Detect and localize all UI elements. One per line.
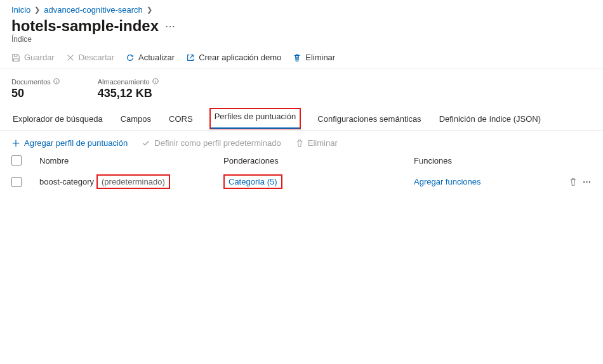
breadcrumb-resource[interactable]: advanced-cognitive-search [44, 5, 142, 15]
refresh-button[interactable]: Actualizar [126, 53, 175, 62]
set-default-profile-label: Definir como perfil predeterminado [154, 138, 281, 148]
add-scoring-profile-button[interactable]: Agregar perfil de puntuación [11, 138, 128, 148]
info-icon[interactable] [152, 78, 159, 86]
check-icon [142, 139, 150, 148]
breadcrumb-home[interactable]: Inicio [11, 5, 30, 15]
refresh-label: Actualizar [138, 53, 175, 62]
profile-name: boost-category [39, 177, 94, 186]
scoring-toolbar: Agregar perfil de puntuación Definir com… [0, 131, 603, 154]
info-icon[interactable] [53, 78, 60, 86]
more-actions-icon[interactable]: ⋯ [165, 20, 176, 32]
tab-cors[interactable]: CORS [168, 109, 194, 130]
table-row: boost-category (predeterminado) Categorí… [0, 171, 603, 193]
chevron-right-icon: ❯ [147, 6, 152, 14]
command-bar: Guardar Descartar Actualizar Crear aplic… [0, 49, 603, 69]
tab-scoring-profiles[interactable]: Perfiles de puntuación [209, 108, 302, 129]
profile-name-cell: boost-category (predeterminado) [39, 174, 223, 189]
tab-fields[interactable]: Campos [119, 109, 152, 130]
weight-link[interactable]: Categoría (5) [229, 177, 277, 186]
col-weights: Ponderaciones [223, 156, 414, 166]
stat-documents: Documentos 50 [11, 78, 60, 100]
refresh-icon [126, 53, 135, 62]
stat-storage: Almacenamiento 435,12 KB [98, 78, 159, 100]
discard-label: Descartar [79, 53, 114, 62]
save-label: Guardar [24, 53, 55, 62]
select-all-checkbox[interactable] [11, 155, 22, 166]
stat-documents-label: Documentos [11, 78, 51, 86]
profile-weights-cell: Categoría (5) [223, 174, 414, 189]
row-more-icon[interactable]: ⋯ [583, 177, 592, 186]
scoring-profiles-table: Nombre Ponderaciones Funciones boost-cat… [0, 154, 603, 193]
tab-search-explorer[interactable]: Explorador de búsqueda [11, 109, 104, 130]
delete-profile-button: Eliminar [295, 138, 338, 148]
discard-icon [66, 53, 75, 62]
external-link-icon [186, 53, 195, 62]
tab-semantic-configs[interactable]: Configuraciones semánticas [316, 109, 422, 130]
discard-button: Descartar [66, 53, 114, 62]
stat-documents-value: 50 [11, 87, 60, 100]
chevron-right-icon: ❯ [34, 6, 40, 14]
delete-label: Eliminar [305, 53, 335, 62]
create-demo-button[interactable]: Crear aplicación demo [186, 53, 281, 62]
set-default-profile-button: Definir como perfil predeterminado [142, 138, 281, 148]
row-checkbox[interactable] [11, 177, 22, 187]
save-icon [11, 53, 20, 62]
default-tag: (predeterminado) [102, 177, 165, 186]
page-subtitle: Índice [0, 35, 603, 49]
col-name: Nombre [39, 156, 223, 166]
delete-row-icon[interactable] [569, 178, 578, 186]
delete-button[interactable]: Eliminar [293, 53, 335, 62]
delete-icon [293, 53, 302, 62]
page-title: hotels-sample-index [11, 17, 159, 35]
col-functions: Funciones [414, 156, 553, 166]
create-demo-label: Crear aplicación demo [199, 53, 281, 62]
profile-functions-cell: Agregar funciones [414, 177, 553, 186]
stat-storage-value: 435,12 KB [98, 87, 159, 100]
stats-row: Documentos 50 Almacenamiento 435,12 KB [0, 69, 603, 108]
breadcrumb: Inicio ❯ advanced-cognitive-search ❯ [0, 0, 603, 16]
tab-bar: Explorador de búsqueda Campos CORS Perfi… [0, 108, 603, 131]
delete-icon [295, 139, 304, 148]
add-functions-link[interactable]: Agregar funciones [414, 177, 481, 186]
delete-profile-label: Eliminar [308, 138, 338, 148]
table-header: Nombre Ponderaciones Funciones [0, 154, 603, 171]
add-scoring-profile-label: Agregar perfil de puntuación [24, 138, 128, 148]
save-button: Guardar [11, 53, 55, 62]
plus-icon [11, 139, 20, 148]
stat-storage-label: Almacenamiento [98, 78, 150, 86]
tab-index-definition-json[interactable]: Definición de índice (JSON) [438, 109, 542, 130]
